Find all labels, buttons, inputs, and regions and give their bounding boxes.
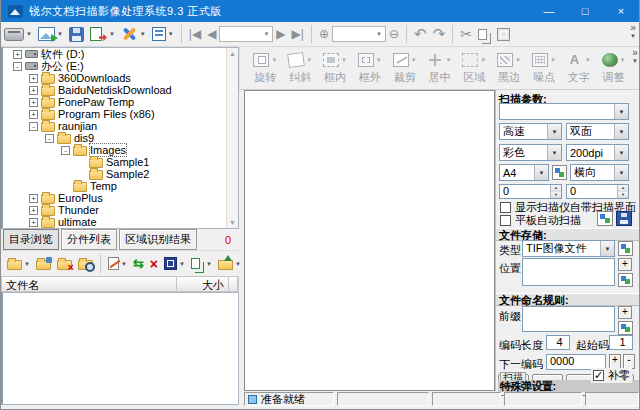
chevron-down-icon[interactable]: ▼ [271, 57, 277, 63]
save-settings-icon[interactable] [616, 211, 632, 226]
edit-tool-button[interactable]: ▼ 框外 [352, 51, 387, 85]
maximize-button[interactable]: □ [567, 0, 603, 22]
toolbar-overflow[interactable]: »▼ [630, 24, 636, 40]
edit-file-button[interactable]: ▼ [105, 254, 130, 274]
chevron-down-icon[interactable]: ▼ [260, 31, 272, 37]
toolbar-overflow[interactable]: »▼ [632, 49, 638, 65]
column-header-size[interactable]: 大小 [177, 277, 229, 291]
tree-item[interactable]: + Program Files (x86) [3, 108, 238, 120]
tree-item[interactable]: - 办公 (E:) [3, 60, 238, 72]
scan-profile-combo[interactable]: ▼ [499, 103, 629, 120]
prefix-settings-icon[interactable] [618, 321, 633, 335]
checkbox-icon[interactable] [500, 215, 511, 226]
page-combo[interactable]: ▼ [219, 26, 273, 42]
chevron-down-icon[interactable]: ▼ [24, 261, 30, 267]
chevron-down-icon[interactable]: ▼ [480, 57, 486, 63]
flatbed-settings-icon[interactable] [597, 211, 613, 226]
refresh-button[interactable]: ⇆ [130, 254, 147, 274]
prefix-input[interactable] [522, 306, 615, 332]
chevron-down-icon[interactable]: ▼ [620, 57, 626, 63]
tree-item[interactable]: - dis9 [3, 132, 238, 144]
edit-tool-button[interactable]: ▼ 纠斜 [283, 51, 318, 85]
tree-item[interactable]: + 360Downloads [3, 72, 238, 84]
export-folder-button[interactable]: ▼ [215, 254, 244, 274]
prefix-add-button[interactable]: + [618, 306, 632, 319]
tab-directory-browse[interactable]: 目录浏览 [3, 229, 59, 250]
tree-expander[interactable]: - [13, 62, 22, 71]
edit-tool-button[interactable]: ▼ 黑边 [492, 51, 527, 85]
tree-expander[interactable]: - [61, 146, 70, 155]
search-folder-button[interactable] [75, 254, 96, 274]
paper-size-combo[interactable]: A4▼ [499, 164, 549, 181]
view-window-button[interactable]: ▼ [161, 254, 188, 274]
zoom-combo[interactable]: ▼ [332, 26, 386, 42]
pad-zero-checkbox[interactable]: 补零 [591, 368, 632, 383]
tree-item[interactable]: Sample2 [3, 168, 238, 180]
location-settings-icon[interactable] [618, 273, 633, 287]
location-input[interactable] [522, 258, 615, 286]
chevron-down-icon[interactable]: ▼ [168, 31, 174, 37]
chevron-down-icon[interactable]: ▼ [109, 31, 115, 37]
tree-scrollbar[interactable]: ▲ ▼ [226, 48, 238, 228]
tab-region-ocr-result[interactable]: 区域识别结果 [119, 229, 197, 250]
duplex-combo[interactable]: 双面▼ [566, 123, 629, 140]
chevron-down-icon[interactable]: ▼ [600, 241, 614, 256]
edit-tool-button[interactable]: ▼ 区域 [457, 51, 492, 85]
tree-expander[interactable]: + [29, 86, 38, 95]
copy-button[interactable] [475, 23, 494, 45]
tree-item[interactable]: + EuroPlus [3, 192, 238, 204]
tree-expander[interactable]: - [45, 134, 54, 143]
undo-button[interactable]: ↶ [411, 23, 430, 45]
tree-item[interactable]: Temp [3, 180, 238, 192]
tree-expander[interactable]: - [29, 122, 38, 131]
type-settings-icon[interactable] [618, 241, 633, 256]
chevron-down-icon[interactable]: ▼ [515, 57, 521, 63]
tree-item[interactable]: + ultimate [3, 216, 238, 228]
view-list-button[interactable]: ▼ [149, 23, 177, 45]
save-button[interactable] [66, 23, 87, 45]
chevron-down-icon[interactable]: ▼ [26, 31, 32, 37]
tree-expander[interactable]: + [29, 110, 38, 119]
zoom-in-button[interactable]: ⊕ [316, 23, 332, 45]
copy-files-button[interactable]: ▼ [188, 254, 215, 274]
first-page-button[interactable]: |◀ [186, 23, 204, 45]
code-length-input[interactable]: 4 [546, 335, 570, 350]
delete-file-button[interactable]: × [147, 254, 161, 274]
tree-expander[interactable]: + [13, 50, 22, 59]
chevron-down-icon[interactable]: ▼ [614, 124, 628, 139]
chevron-down-icon[interactable]: ▼ [614, 145, 628, 160]
chevron-down-icon[interactable]: ▼ [121, 261, 127, 267]
tree-expander[interactable]: + [29, 74, 38, 83]
chevron-down-icon[interactable]: ▼ [411, 57, 417, 63]
tree-expander[interactable]: + [29, 194, 38, 203]
edit-tool-button[interactable]: ▼ 裁剪 [387, 51, 422, 85]
checkbox-icon[interactable] [500, 202, 511, 213]
location-add-button[interactable]: + [618, 258, 632, 271]
open-folder-button[interactable]: ▼ [4, 254, 33, 274]
edit-tool-button[interactable]: ▼ 框内 [318, 51, 353, 85]
tree-item[interactable]: + Thunder [3, 204, 238, 216]
minimize-button[interactable]: — [531, 0, 567, 22]
prev-page-button[interactable]: ◀ [204, 23, 219, 45]
chevron-down-icon[interactable]: ▼ [206, 261, 212, 267]
delete-folder-button[interactable] [54, 254, 75, 274]
tab-file-list[interactable]: 分件列表 [61, 229, 117, 250]
orientation-combo[interactable]: 横向▼ [570, 164, 629, 181]
next-code-plus-button[interactable]: + [609, 354, 621, 369]
chevron-down-icon[interactable]: ▼ [179, 261, 185, 267]
edit-tool-button[interactable]: ▼ 调整 [596, 51, 631, 85]
chevron-down-icon[interactable]: ▼ [445, 57, 451, 63]
chevron-down-icon[interactable]: ▼ [140, 31, 146, 37]
offset-left-spinner[interactable]: 0 ▲▼ [499, 184, 562, 199]
scan-button[interactable]: ▼ [1, 23, 35, 45]
paper-settings-icon[interactable] [552, 165, 567, 180]
tree-expander[interactable]: + [29, 218, 38, 227]
chevron-down-icon[interactable]: ▼ [376, 57, 382, 63]
import-image-button[interactable]: ▼ [35, 23, 66, 45]
chevron-down-icon[interactable]: ▼ [235, 261, 241, 267]
spin-down-icon[interactable]: ▼ [551, 192, 561, 199]
image-preview-canvas[interactable] [244, 90, 495, 391]
chevron-down-icon[interactable]: ▼ [614, 165, 628, 180]
zoom-out-button[interactable]: ⊖ [386, 23, 402, 45]
transfer-button[interactable]: ▼ [87, 23, 118, 45]
